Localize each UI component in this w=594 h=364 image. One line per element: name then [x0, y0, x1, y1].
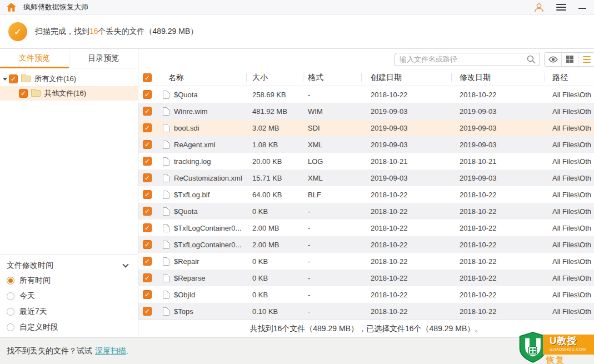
table-row[interactable]: $Quota 0 KB - 2018-10-22 2018-10-22 All … [138, 203, 594, 220]
row-checkbox[interactable] [143, 107, 152, 116]
view-mode-group [544, 52, 594, 67]
tab-directory-preview[interactable]: 目录预览 [69, 49, 138, 68]
table-row[interactable]: ReAgent.xml 1.08 KB XML 2019-09-03 2019-… [138, 136, 594, 153]
table-row[interactable]: $Tops 0.10 KB - 2018-10-22 2018-10-22 Al… [138, 303, 594, 320]
cell-name: $Repair [174, 257, 199, 266]
list-icon [583, 56, 591, 63]
filter-option[interactable]: 今天 [7, 288, 131, 304]
column-header-name[interactable]: 名称 [162, 69, 246, 86]
search-icon[interactable] [527, 55, 536, 64]
table-row[interactable]: $Quota 258.69 KB - 2018-10-22 2018-10-22… [138, 86, 594, 103]
cell-modified: 2018-10-21 [451, 157, 545, 166]
file-icon [163, 224, 169, 232]
cell-path: All Files\Oth [545, 224, 594, 232]
main-area: 文件预览目录预览 所有文件(16) 其他文件(16) 文件修改时间 所有时间 今… [0, 49, 594, 337]
table-row[interactable]: $TxfLog.blf 64.00 KB BLF 2018-10-22 2018… [138, 186, 594, 203]
notification-bar: ✓ 扫描完成，找到16个丢失的文件（489.29 MB） [0, 15, 594, 49]
sidebar-tabs: 文件预览目录预览 [0, 49, 138, 68]
row-checkbox[interactable] [143, 273, 152, 282]
list-view-button[interactable] [578, 53, 594, 66]
watermark-domain: UJIAOSHOU.COM [550, 347, 594, 352]
select-all-checkbox[interactable] [143, 73, 152, 82]
cell-size: 481.92 MB [246, 107, 303, 116]
tree-checkbox[interactable] [19, 89, 28, 98]
cell-format: - [303, 91, 361, 99]
cell-size: 258.69 KB [246, 91, 303, 99]
column-header-path[interactable]: 路径 [545, 69, 594, 86]
radio-button[interactable] [7, 308, 14, 316]
tree-item[interactable]: 其他文件(16) [0, 86, 138, 101]
filter-option[interactable]: 自定义时段 [7, 320, 131, 335]
folder-icon [21, 76, 31, 82]
scan-complete-check-icon: ✓ [8, 22, 27, 41]
deep-scan-link[interactable]: 深度扫描 [95, 346, 126, 356]
table-row[interactable]: ReCustomization.xml 15.71 KB XML 2019-09… [138, 169, 594, 186]
chevron-down-icon [122, 261, 128, 267]
user-icon[interactable] [534, 3, 544, 12]
cell-name: Winre.wim [174, 107, 208, 116]
thumbnail-view-button[interactable] [561, 53, 578, 66]
title-bar: 疯师傅数据恢复大师 [0, 0, 594, 15]
cell-modified: 2019-09-03 [451, 107, 545, 116]
cell-path: All Files\Oth [545, 174, 594, 182]
row-checkbox[interactable] [143, 223, 152, 232]
cell-created: 2019-09-03 [361, 124, 451, 132]
file-icon [163, 207, 169, 216]
row-checkbox[interactable] [143, 190, 152, 199]
column-header-size[interactable]: 大小 [246, 69, 303, 86]
content-area: 名称 大小 格式 创建日期 修改日期 路径 $Quota 258.69 KB -… [138, 49, 594, 337]
cell-size: 15.71 KB [246, 174, 303, 182]
radio-button[interactable] [7, 292, 14, 300]
search-input[interactable] [395, 55, 527, 63]
column-header-format[interactable]: 格式 [303, 69, 361, 86]
table-row[interactable]: $Repair 0 KB - 2018-10-22 2018-10-22 All… [138, 253, 594, 270]
filter-title: 文件修改时间 [7, 261, 53, 271]
file-icon [163, 241, 169, 249]
radio-button[interactable] [7, 323, 14, 331]
row-checkbox[interactable] [143, 140, 152, 149]
table-row[interactable]: $TxfLogContainer0... 2.00 MB - 2018-10-2… [138, 220, 594, 236]
scan-complete-message: 扫描完成，找到16个丢失的文件（489.29 MB） [35, 27, 198, 37]
filter-section: 文件修改时间 所有时间 今天 最近7天 自定义时段 [0, 255, 138, 337]
cell-name: $TxfLogContainer0... [174, 224, 241, 232]
column-header-modified[interactable]: 修改日期 [451, 69, 545, 86]
table-row[interactable]: tracking.log 20.00 KB LOG 2018-10-21 201… [138, 153, 594, 169]
row-checkbox[interactable] [143, 257, 152, 266]
row-checkbox[interactable] [143, 123, 152, 132]
row-checkbox[interactable] [143, 173, 152, 182]
cell-modified: 2019-09-03 [451, 141, 545, 149]
file-icon [163, 307, 169, 316]
table-row[interactable]: $Reparse 0 KB - 2018-10-22 2018-10-22 Al… [138, 270, 594, 286]
preview-eye-button[interactable] [545, 53, 561, 66]
home-icon[interactable] [7, 3, 16, 12]
filter-option[interactable]: 最近7天 [7, 304, 131, 320]
table-row[interactable]: boot.sdi 3.02 MB SDI 2019-09-03 2019-09-… [138, 119, 594, 136]
filter-option[interactable]: 所有时间 [7, 273, 131, 288]
row-checkbox[interactable] [143, 240, 152, 249]
row-checkbox[interactable] [143, 157, 152, 166]
filter-header[interactable]: 文件修改时间 [7, 258, 131, 273]
cell-name: $ObjId [174, 291, 195, 299]
cell-format: - [303, 224, 361, 232]
table-row[interactable]: Winre.wim 481.92 MB WIM 2019-09-03 2019-… [138, 103, 594, 119]
expand-arrow-icon[interactable] [3, 78, 7, 83]
row-checkbox[interactable] [143, 207, 152, 216]
file-icon [163, 141, 169, 149]
menu-icon[interactable] [556, 4, 566, 11]
cell-name: tracking.log [174, 157, 211, 166]
cell-name: boot.sdi [174, 124, 199, 132]
row-checkbox[interactable] [143, 90, 152, 99]
table-row[interactable]: $TxfLogContainer0... 2.00 MB - 2018-10-2… [138, 236, 594, 253]
filter-option-label: 所有时间 [19, 276, 51, 286]
minimize-button[interactable] [578, 8, 586, 9]
tree-checkbox[interactable] [9, 74, 18, 83]
row-checkbox[interactable] [143, 307, 152, 316]
table-row[interactable]: $ObjId 0 KB - 2018-10-22 2018-10-22 All … [138, 286, 594, 303]
tree-item[interactable]: 所有文件(16) [0, 72, 138, 86]
column-header-created[interactable]: 创建日期 [361, 69, 451, 86]
cell-size: 0 KB [246, 291, 303, 299]
row-checkbox[interactable] [143, 290, 152, 299]
tab-file-preview[interactable]: 文件预览 [0, 49, 69, 68]
cell-path: All Files\Oth [545, 157, 594, 166]
radio-button[interactable] [7, 277, 14, 285]
